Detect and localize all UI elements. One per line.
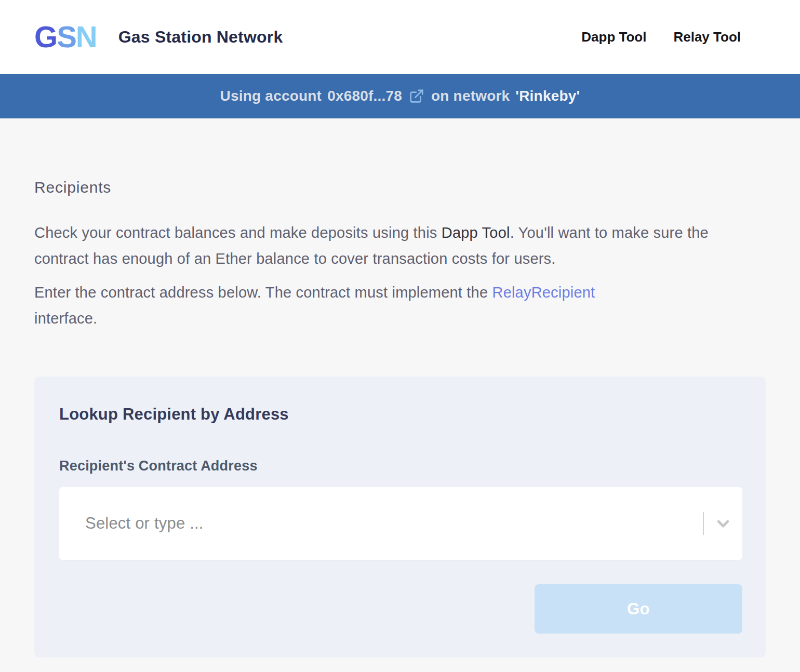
using-account-label: Using account (220, 88, 322, 104)
chevron-down-icon[interactable] (704, 515, 742, 532)
app-title: Gas Station Network (118, 28, 283, 47)
instructions-paragraph: Enter the contract address below. The co… (34, 279, 766, 331)
gsn-logo[interactable]: GSN (34, 22, 97, 52)
external-link-icon[interactable] (409, 88, 424, 104)
network-banner: Using account 0x680f...78 on network 'Ri… (0, 74, 800, 118)
contract-address-label: Recipient's Contract Address (59, 458, 742, 474)
main-content: Recipients Check your contract balances … (0, 118, 800, 657)
instructions-text-before: Enter the contract address below. The co… (34, 284, 492, 301)
select-placeholder: Select or type ... (85, 514, 703, 533)
network-name: 'Rinkeby' (515, 88, 580, 104)
app-header: GSN Gas Station Network Dapp Tool Relay … (0, 0, 800, 74)
lookup-card-title: Lookup Recipient by Address (59, 405, 742, 424)
on-network-label: on network (431, 88, 510, 104)
relay-recipient-link[interactable]: RelayRecipient (492, 284, 595, 301)
nav-link-relay-tool[interactable]: Relay Tool (673, 29, 741, 45)
logo-letter-g: G (34, 20, 57, 53)
logo-letter-s: S (57, 20, 76, 53)
intro-text-before: Check your contract balances and make de… (34, 224, 442, 241)
logo-letter-n: N (76, 20, 97, 53)
go-button[interactable]: Go (535, 584, 742, 634)
instructions-text-after: interface. (34, 305, 766, 331)
contract-address-select[interactable]: Select or type ... (59, 487, 742, 560)
recipients-heading: Recipients (34, 178, 766, 197)
lookup-card: Lookup Recipient by Address Recipient's … (34, 377, 766, 657)
top-nav: Dapp Tool Relay Tool (581, 29, 741, 45)
account-address: 0x680f...78 (327, 88, 402, 104)
nav-link-dapp-tool[interactable]: Dapp Tool (581, 29, 646, 45)
intro-paragraph: Check your contract balances and make de… (34, 220, 766, 272)
intro-dapp-tool-emphasis: Dapp Tool (442, 224, 510, 241)
